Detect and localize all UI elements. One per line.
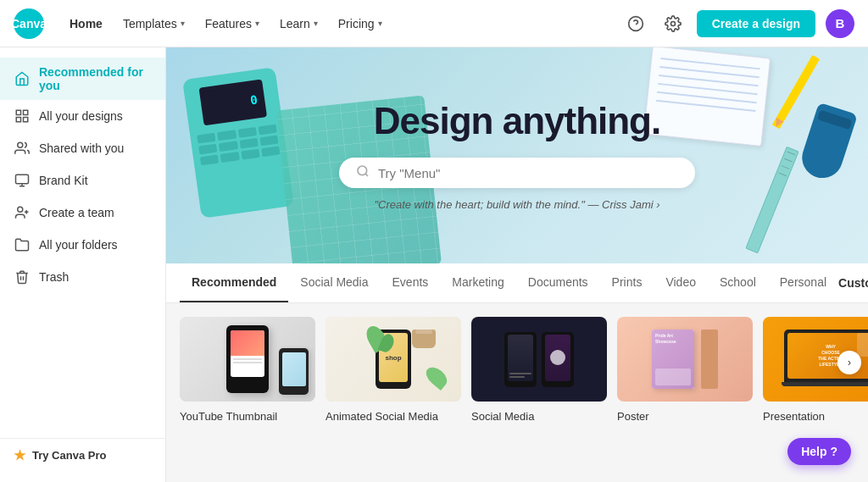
header-actions: Create a design B: [622, 9, 854, 38]
brand-icon: [14, 172, 31, 189]
search-input[interactable]: [378, 166, 678, 180]
card-img-animated-social: shop: [326, 317, 461, 402]
tab-marketing[interactable]: Marketing: [440, 263, 515, 302]
tab-social-media[interactable]: Social Media: [288, 263, 380, 302]
custom-dimensions-button[interactable]: Custom dimensions: [838, 264, 868, 302]
header: Canva Home Templates ▾ Features ▾ Learn …: [0, 0, 868, 47]
tab-prints[interactable]: Prints: [600, 263, 654, 302]
team-icon: [14, 204, 31, 221]
nav-learn[interactable]: Learn ▾: [271, 12, 326, 36]
try-pro-label: Try Canva Pro: [32, 449, 106, 462]
learn-chevron-icon: ▾: [314, 19, 318, 28]
sidebar-item-brand-kit[interactable]: Brand Kit: [0, 164, 165, 197]
svg-rect-6: [24, 118, 28, 122]
tab-personal[interactable]: Personal: [768, 263, 838, 302]
nav-templates[interactable]: Templates ▾: [114, 12, 193, 36]
tabs: Recommended Social Media Events Marketin…: [180, 263, 854, 302]
pricing-chevron-icon: ▾: [378, 19, 382, 28]
search-bar: [339, 158, 695, 188]
home-icon: [14, 70, 31, 87]
tab-recommended[interactable]: Recommended: [180, 263, 288, 302]
card-animated-social[interactable]: shop: [326, 317, 461, 424]
svg-rect-4: [24, 110, 28, 114]
card-youtube-thumbnail[interactable]: YouTube Thumbnail: [180, 317, 315, 424]
card-label-poster: Poster: [617, 410, 649, 423]
svg-point-14: [358, 166, 367, 175]
svg-point-7: [18, 142, 23, 147]
features-chevron-icon: ▾: [255, 19, 259, 28]
sidebar-label-all-designs: All your designs: [39, 109, 123, 123]
card-social-media[interactable]: Social Media: [471, 317, 607, 424]
create-design-button[interactable]: Create a design: [697, 10, 815, 37]
sidebar-label-folders: All your folders: [39, 238, 118, 252]
hero-quote[interactable]: "Create with the heart; build with the m…: [339, 198, 695, 211]
card-poster[interactable]: Pride Art Showcase Po: [617, 317, 753, 424]
card-label-animated-social: Animated Social Media: [326, 410, 438, 423]
trash-icon: [14, 269, 31, 285]
help-button[interactable]: Help ?: [787, 438, 851, 465]
tab-video[interactable]: Video: [654, 263, 708, 302]
svg-rect-8: [16, 175, 29, 184]
hero-content: Design anything. "Create with the heart;…: [339, 100, 695, 211]
try-canva-pro-button[interactable]: ★ Try Canva Pro: [0, 438, 165, 472]
nav-features[interactable]: Features ▾: [197, 12, 268, 36]
sidebar-label-shared: Shared with you: [39, 141, 124, 155]
cards-container: YouTube Thumbnail shop: [180, 317, 854, 424]
sidebar-item-all-designs[interactable]: All your designs: [0, 100, 165, 132]
hero-title: Design anything.: [339, 100, 695, 142]
cards-section: YouTube Thumbnail shop: [166, 303, 868, 437]
sidebar-label-recommended: Recommended for you: [39, 65, 152, 92]
tab-school[interactable]: School: [708, 263, 768, 302]
card-img-youtube: [180, 317, 315, 402]
sidebar: Recommended for you All your designs Sha…: [0, 47, 166, 482]
sidebar-label-create-team: Create a team: [39, 206, 114, 219]
grid-icon: [14, 108, 31, 125]
sidebar-label-trash: Trash: [39, 270, 69, 284]
folder-icon: [14, 236, 31, 253]
sidebar-item-shared[interactable]: Shared with you: [0, 132, 165, 164]
svg-point-11: [18, 207, 23, 212]
help-icon[interactable]: [622, 10, 649, 37]
svg-rect-3: [16, 110, 20, 114]
sidebar-item-recommended[interactable]: Recommended for you: [0, 58, 165, 100]
layout: Recommended for you All your designs Sha…: [0, 47, 868, 482]
tab-documents[interactable]: Documents: [516, 263, 600, 302]
settings-icon[interactable]: [659, 10, 687, 37]
card-label-social-media: Social Media: [471, 410, 534, 423]
card-label-presentation: Presentation: [763, 410, 825, 423]
nav-pricing[interactable]: Pricing ▾: [330, 12, 391, 36]
sidebar-item-folders[interactable]: All your folders: [0, 229, 165, 261]
users-icon: [14, 140, 31, 157]
svg-point-2: [670, 21, 675, 25]
main-nav: Home Templates ▾ Features ▾ Learn ▾ Pric…: [61, 12, 622, 36]
search-icon: [356, 164, 370, 181]
star-icon: ★: [14, 447, 25, 463]
main-content: 0: [166, 47, 868, 482]
card-img-social-media: [471, 317, 607, 402]
avatar[interactable]: B: [826, 9, 854, 38]
card-img-poster: Pride Art Showcase: [617, 317, 753, 402]
card-label-youtube: YouTube Thumbnail: [180, 410, 277, 423]
templates-chevron-icon: ▾: [181, 19, 185, 28]
svg-line-15: [365, 174, 368, 176]
tab-events[interactable]: Events: [381, 263, 441, 302]
sidebar-label-brand-kit: Brand Kit: [39, 174, 88, 187]
tabs-section: Recommended Social Media Events Marketin…: [166, 263, 868, 303]
sidebar-item-create-team[interactable]: Create a team: [0, 197, 165, 229]
hero-banner: 0: [166, 47, 868, 263]
cards-next-button[interactable]: ›: [837, 351, 861, 374]
logo-text: Canva: [11, 17, 47, 30]
sidebar-item-trash[interactable]: Trash: [0, 261, 165, 293]
svg-rect-5: [16, 118, 20, 122]
nav-home[interactable]: Home: [61, 12, 111, 36]
logo[interactable]: Canva: [14, 8, 44, 39]
